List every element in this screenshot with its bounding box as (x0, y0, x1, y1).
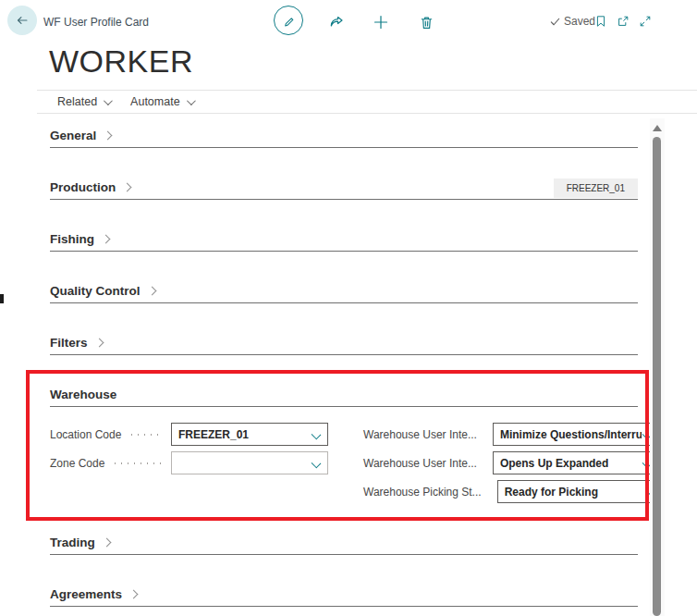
field-warehouse-picking-status-label: Warehouse Picking St... (363, 486, 482, 499)
field-warehouse-picking-status: Warehouse Picking St... Ready for Pickin… (363, 480, 644, 503)
warehouse-user-interface-1-dropdown[interactable]: Minimize Questions/Interrupti (493, 423, 659, 446)
save-status: Saved (549, 15, 595, 28)
save-status-label: Saved (564, 15, 595, 28)
back-button[interactable] (7, 6, 37, 35)
zone-code-dropdown[interactable] (171, 451, 328, 474)
warehouse-user-interface-2-value: Opens Up Expanded (500, 457, 608, 470)
section-trading: Trading (50, 530, 638, 555)
expand-arrows-icon (638, 14, 653, 29)
section-filters-header[interactable]: Filters (50, 330, 638, 354)
section-filters-label: Filters (50, 336, 88, 350)
section-agreements-header[interactable]: Agreements (50, 582, 638, 606)
field-warehouse-user-interface-2: Warehouse User Inte... Opens Up Expanded (363, 451, 644, 474)
chevron-right-icon (147, 287, 156, 296)
menu-related-label: Related (57, 95, 97, 108)
chevron-down-icon (104, 96, 113, 105)
location-code-value: FREEZER_01 (178, 428, 249, 441)
chevron-down-icon (312, 430, 322, 440)
section-agreements: Agreements (50, 582, 638, 607)
section-production-label: Production (50, 180, 116, 194)
section-quality-control-header[interactable]: Quality Control (50, 278, 638, 302)
section-fishing: Fishing (50, 227, 638, 252)
warehouse-user-interface-2-dropdown[interactable]: Opens Up Expanded (493, 451, 659, 474)
page-caption: WF User Profile Card (43, 16, 149, 29)
field-zone-code-label: Zone Code (50, 457, 104, 470)
chevron-right-icon (102, 538, 111, 548)
section-warehouse-label: Warehouse (50, 388, 116, 401)
field-warehouse-user-interface-1-label: Warehouse User Inte... (363, 428, 477, 441)
field-location-code-label: Location Code (50, 428, 121, 441)
field-location-code: Location Code FREEZER_01 (50, 423, 328, 446)
menu-related[interactable]: Related (57, 95, 110, 108)
share-button[interactable] (325, 11, 348, 33)
screen-edge-artifact (0, 294, 4, 303)
open-in-new-window-button[interactable] (614, 12, 632, 31)
section-general-header[interactable]: General (50, 123, 638, 147)
section-general-label: General (50, 129, 96, 142)
chevron-right-icon (129, 590, 139, 599)
chevron-right-icon (94, 339, 104, 348)
new-button[interactable] (370, 11, 392, 33)
section-warehouse-header[interactable]: Warehouse (50, 382, 638, 406)
expand-page-button[interactable] (636, 12, 654, 31)
section-agreements-label: Agreements (50, 587, 122, 601)
edit-button[interactable] (274, 6, 303, 35)
chevron-right-icon (123, 183, 132, 192)
check-icon (549, 16, 561, 28)
field-zone-code: Zone Code (50, 451, 328, 474)
warehouse-picking-status-value: Ready for Picking (505, 486, 598, 499)
section-fishing-label: Fishing (50, 232, 94, 246)
trash-icon (418, 14, 435, 31)
action-menu-bar: Related Automate (37, 90, 697, 114)
vertical-scrollbar (650, 118, 665, 616)
chevron-right-icon (102, 235, 111, 244)
location-code-dropdown[interactable]: FREEZER_01 (171, 423, 328, 446)
chevron-down-icon (312, 459, 322, 469)
page-title: WORKER (49, 43, 193, 80)
warehouse-picking-status-dropdown[interactable]: Ready for Picking (497, 480, 664, 503)
section-production-header[interactable]: Production (50, 175, 638, 199)
bookmark-icon (593, 14, 608, 29)
dotted-leader (128, 434, 163, 436)
scrollbar-up-arrow[interactable] (653, 125, 662, 131)
dotted-leader (112, 462, 163, 464)
scrollbar-thumb[interactable] (653, 137, 661, 616)
back-arrow-icon (14, 12, 31, 29)
warehouse-user-interface-1-value: Minimize Questions/Interrupti (500, 428, 642, 441)
section-trading-header[interactable]: Trading (50, 530, 638, 554)
delete-button[interactable] (415, 11, 437, 33)
section-general: General (50, 123, 638, 148)
menu-automate[interactable]: Automate (130, 95, 193, 108)
field-warehouse-user-interface-2-label: Warehouse User Inte... (363, 457, 477, 470)
production-summary-badge[interactable]: FREEZER_01 (554, 179, 638, 198)
menu-automate-label: Automate (130, 95, 180, 108)
pencil-icon (281, 13, 297, 29)
chevron-down-icon (187, 96, 196, 105)
section-fishing-header[interactable]: Fishing (50, 227, 638, 251)
bookmark-button[interactable] (592, 12, 610, 31)
plus-icon (372, 13, 390, 31)
chevron-right-icon (104, 131, 113, 141)
section-warehouse: Warehouse (50, 382, 638, 407)
section-filters: Filters (50, 330, 638, 355)
top-command-bar: WF User Profile Card Saved (0, 0, 697, 44)
section-quality-control: Quality Control (50, 278, 638, 303)
field-warehouse-user-interface-1: Warehouse User Inte... Minimize Question… (363, 423, 644, 446)
open-in-new-window-icon (616, 14, 630, 29)
section-production: Production FREEZER_01 (50, 175, 638, 200)
section-quality-control-label: Quality Control (50, 284, 141, 298)
section-trading-label: Trading (50, 536, 95, 549)
share-icon (327, 13, 346, 31)
